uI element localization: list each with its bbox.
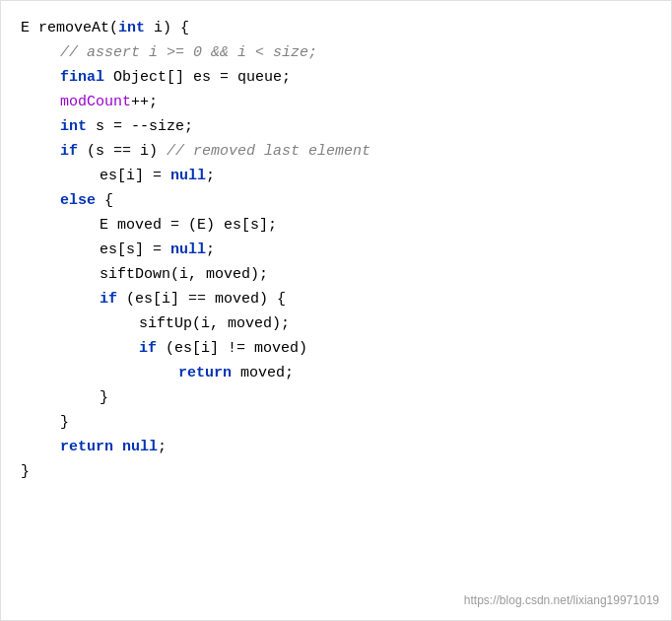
code-line: if (s == i) // removed last element [21, 140, 651, 165]
code-token: moved = (E) es[s]; [108, 214, 277, 238]
code-token: { [96, 189, 113, 213]
code-line: return moved; [21, 362, 651, 386]
code-token: return [178, 362, 232, 385]
code-token: if [60, 140, 78, 164]
code-token: } [21, 460, 30, 484]
code-token: es[s] = [100, 239, 170, 262]
code-line: modCount++; [21, 91, 651, 115]
code-token: null [122, 436, 158, 459]
code-line: es[i] = null; [21, 165, 651, 189]
code-token: final [60, 66, 104, 90]
code-line: } [21, 411, 651, 436]
code-token: (es[i] == moved) { [117, 288, 286, 311]
code-block: E removeAt(int i) {// assert i >= 0 && i… [1, 17, 671, 485]
code-token [113, 436, 122, 459]
code-token: int [118, 17, 145, 40]
code-line: // assert i >= 0 && i < size; [21, 41, 651, 66]
code-token: null [170, 239, 206, 262]
code-token: moved; [232, 362, 294, 385]
code-token: ; [206, 165, 215, 188]
code-line: if (es[i] != moved) [21, 337, 651, 362]
code-token: E [100, 214, 108, 238]
code-token: // assert i >= 0 && i < size; [60, 41, 317, 65]
code-token: i) { [145, 17, 189, 40]
code-token: siftUp(i, moved); [139, 312, 290, 336]
code-line: } [21, 460, 651, 485]
code-token: int [60, 115, 87, 139]
code-token: removeAt( [38, 17, 118, 40]
code-token: modCount [60, 91, 131, 114]
code-line: int s = --size; [21, 115, 651, 140]
code-token: E [21, 17, 38, 40]
code-token: // removed last element [167, 140, 370, 164]
code-line: siftUp(i, moved); [21, 312, 651, 337]
code-token: ++; [131, 91, 158, 114]
code-token: } [100, 386, 108, 410]
code-token: return [60, 436, 113, 459]
code-token: s = --size; [87, 115, 193, 139]
code-token: if [100, 288, 117, 311]
code-container: E removeAt(int i) {// assert i >= 0 && i… [0, 0, 672, 621]
code-line: E removeAt(int i) { [21, 17, 651, 41]
code-token: siftDown(i, moved); [100, 263, 268, 287]
code-line: else { [21, 189, 651, 214]
code-line: es[s] = null; [21, 239, 651, 263]
code-token: ; [158, 436, 167, 459]
code-line: E moved = (E) es[s]; [21, 214, 651, 239]
code-token: } [60, 411, 69, 435]
code-token: ; [206, 239, 215, 262]
watermark: https://blog.csdn.net/lixiang19971019 [464, 591, 659, 610]
code-line: final Object[] es = queue; [21, 66, 651, 91]
code-token: Object[] es = queue; [104, 66, 291, 90]
code-token: if [139, 337, 157, 361]
code-line: siftDown(i, moved); [21, 263, 651, 288]
code-token: null [170, 165, 206, 188]
code-line: return null; [21, 436, 651, 460]
code-line: } [21, 386, 651, 411]
code-token: es[i] = [100, 165, 170, 188]
code-token: (s == i) [78, 140, 167, 164]
code-line: if (es[i] == moved) { [21, 288, 651, 312]
code-token: else [60, 189, 96, 213]
code-token: (es[i] != moved) [157, 337, 307, 361]
